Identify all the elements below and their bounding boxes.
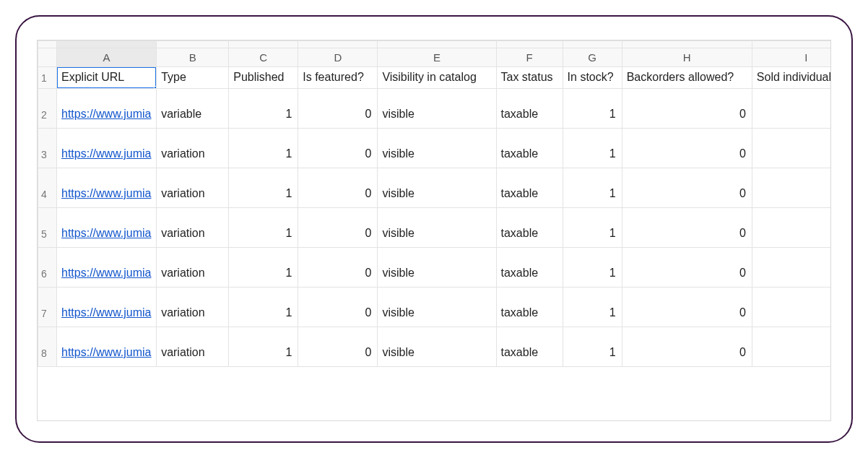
col-thin-G[interactable] bbox=[563, 41, 622, 48]
table-row[interactable]: 7 https://www.jumia variation 1 0 visibl… bbox=[38, 288, 832, 327]
cell-I[interactable]: 0 bbox=[752, 89, 831, 129]
grid[interactable]: A B C D E F G H I 1 Explicit URL bbox=[38, 40, 831, 367]
url-link[interactable]: https://www.jumia bbox=[61, 147, 151, 160]
cell-I[interactable]: 0 bbox=[752, 248, 831, 288]
url-link[interactable]: https://www.jumia bbox=[61, 346, 151, 358]
cell-I[interactable]: 0 bbox=[752, 129, 831, 168]
table-row[interactable]: 5 https://www.jumia variation 1 0 visibl… bbox=[38, 208, 832, 248]
cell-F1[interactable]: Tax status bbox=[496, 67, 563, 89]
spreadsheet[interactable]: A B C D E F G H I 1 Explicit URL bbox=[37, 40, 831, 421]
cell-G[interactable]: 1 bbox=[563, 129, 622, 168]
col-thin-B[interactable] bbox=[157, 41, 229, 48]
cell-C1[interactable]: Published bbox=[229, 67, 298, 89]
cell-C[interactable]: 1 bbox=[229, 89, 298, 129]
table-row[interactable]: 6 https://www.jumia variation 1 0 visibl… bbox=[38, 248, 832, 288]
col-header-A[interactable]: A bbox=[57, 48, 157, 67]
cell-D[interactable]: 0 bbox=[298, 327, 378, 367]
cell-A[interactable]: https://www.jumia bbox=[57, 168, 157, 208]
cell-D[interactable]: 0 bbox=[298, 168, 378, 208]
row-header[interactable]: 3 bbox=[38, 129, 57, 168]
col-thin-H[interactable] bbox=[622, 41, 752, 48]
cell-C[interactable]: 1 bbox=[229, 288, 298, 327]
col-thin-F[interactable] bbox=[496, 41, 563, 48]
col-header-D[interactable]: D bbox=[298, 48, 378, 67]
cell-C[interactable]: 1 bbox=[229, 168, 298, 208]
col-header-G[interactable]: G bbox=[563, 48, 622, 67]
cell-B[interactable]: variable bbox=[157, 89, 229, 129]
cell-E[interactable]: visible bbox=[378, 327, 496, 367]
cell-D[interactable]: 0 bbox=[298, 89, 378, 129]
corner-cell-2[interactable] bbox=[38, 48, 57, 67]
cell-A[interactable]: https://www.jumia bbox=[57, 248, 157, 288]
url-link[interactable]: https://www.jumia bbox=[61, 227, 151, 239]
cell-A[interactable]: https://www.jumia bbox=[57, 129, 157, 168]
cell-I[interactable]: 0 bbox=[752, 208, 831, 248]
cell-H[interactable]: 0 bbox=[622, 168, 752, 208]
cell-B[interactable]: variation bbox=[157, 327, 229, 367]
cell-G[interactable]: 1 bbox=[563, 248, 622, 288]
cell-H[interactable]: 0 bbox=[622, 129, 752, 168]
table-row[interactable]: 3 https://www.jumia variation 1 0 visibl… bbox=[38, 129, 832, 168]
cell-G[interactable]: 1 bbox=[563, 168, 622, 208]
col-header-I[interactable]: I bbox=[752, 48, 831, 67]
cell-E[interactable]: visible bbox=[378, 168, 496, 208]
col-thin-D[interactable] bbox=[298, 41, 378, 48]
cell-A[interactable]: https://www.jumia bbox=[57, 288, 157, 327]
cell-D[interactable]: 0 bbox=[298, 288, 378, 327]
col-thin-C[interactable] bbox=[229, 41, 298, 48]
cell-I[interactable]: 0 bbox=[752, 168, 831, 208]
cell-H[interactable]: 0 bbox=[622, 89, 752, 129]
row-header[interactable]: 6 bbox=[38, 248, 57, 288]
cell-B1[interactable]: Type bbox=[157, 67, 229, 89]
cell-B[interactable]: variation bbox=[157, 208, 229, 248]
table-row[interactable]: 2 https://www.jumia variable 1 0 visible… bbox=[38, 89, 832, 129]
cell-F[interactable]: taxable bbox=[496, 288, 563, 327]
cell-H[interactable]: 0 bbox=[622, 248, 752, 288]
row-header[interactable]: 7 bbox=[38, 288, 57, 327]
cell-E[interactable]: visible bbox=[378, 248, 496, 288]
row-header[interactable]: 4 bbox=[38, 168, 57, 208]
cell-H1[interactable]: Backorders allowed? bbox=[622, 67, 752, 89]
col-thin-I[interactable] bbox=[752, 41, 831, 48]
cell-H[interactable]: 0 bbox=[622, 327, 752, 367]
cell-G[interactable]: 1 bbox=[563, 208, 622, 248]
col-header-C[interactable]: C bbox=[229, 48, 298, 67]
cell-G[interactable]: 1 bbox=[563, 89, 622, 129]
cell-C[interactable]: 1 bbox=[229, 208, 298, 248]
cell-A[interactable]: https://www.jumia bbox=[57, 208, 157, 248]
cell-E[interactable]: visible bbox=[378, 288, 496, 327]
row-header[interactable]: 8 bbox=[38, 327, 57, 367]
table-row[interactable]: 8 https://www.jumia variation 1 0 visibl… bbox=[38, 327, 832, 367]
cell-I[interactable]: 0 bbox=[752, 327, 831, 367]
cell-F[interactable]: taxable bbox=[496, 168, 563, 208]
row-header[interactable]: 5 bbox=[38, 208, 57, 248]
cell-D[interactable]: 0 bbox=[298, 129, 378, 168]
url-link[interactable]: https://www.jumia bbox=[61, 306, 151, 319]
cell-B[interactable]: variation bbox=[157, 248, 229, 288]
cell-A[interactable]: https://www.jumia bbox=[57, 89, 157, 129]
cell-C[interactable]: 1 bbox=[229, 129, 298, 168]
col-header-F[interactable]: F bbox=[496, 48, 563, 67]
col-header-B[interactable]: B bbox=[157, 48, 229, 67]
cell-E[interactable]: visible bbox=[378, 89, 496, 129]
col-header-E[interactable]: E bbox=[378, 48, 496, 67]
cell-F[interactable]: taxable bbox=[496, 89, 563, 129]
table-row[interactable]: 4 https://www.jumia variation 1 0 visibl… bbox=[38, 168, 832, 208]
cell-I1[interactable]: Sold individually? bbox=[752, 67, 831, 89]
url-link[interactable]: https://www.jumia bbox=[61, 108, 151, 120]
cell-A1[interactable]: Explicit URL bbox=[57, 67, 157, 89]
cell-B[interactable]: variation bbox=[157, 288, 229, 327]
cell-D[interactable]: 0 bbox=[298, 208, 378, 248]
cell-G[interactable]: 1 bbox=[563, 288, 622, 327]
cell-B[interactable]: variation bbox=[157, 168, 229, 208]
corner-cell[interactable] bbox=[38, 41, 57, 48]
cell-F[interactable]: taxable bbox=[496, 248, 563, 288]
cell-E[interactable]: visible bbox=[378, 129, 496, 168]
cell-E[interactable]: visible bbox=[378, 208, 496, 248]
cell-E1[interactable]: Visibility in catalog bbox=[378, 67, 496, 89]
url-link[interactable]: https://www.jumia bbox=[61, 187, 151, 199]
cell-I[interactable]: 0 bbox=[752, 288, 831, 327]
row-header[interactable]: 2 bbox=[38, 89, 57, 129]
cell-F[interactable]: taxable bbox=[496, 327, 563, 367]
cell-H[interactable]: 0 bbox=[622, 208, 752, 248]
